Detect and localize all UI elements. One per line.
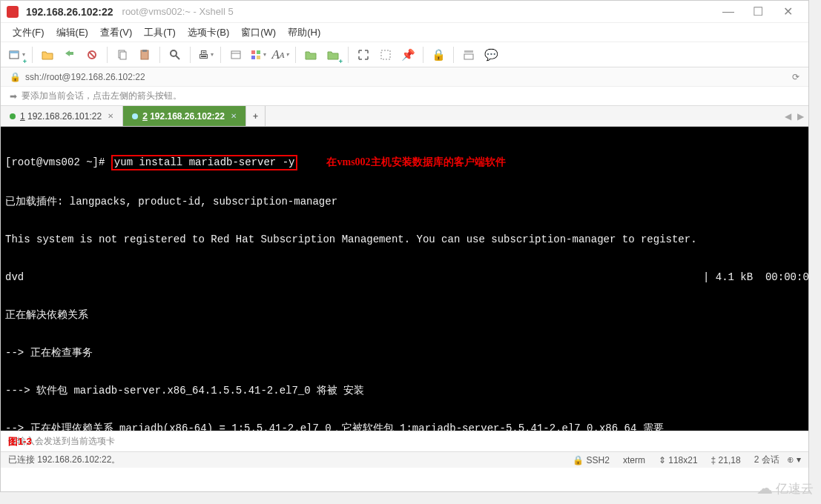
compose-input-bar[interactable]: 图1-3 仅输入会发送到当前选项卡 [1, 431, 808, 451]
properties-button[interactable] [225, 44, 246, 65]
menu-tab[interactable]: 选项卡(B) [183, 24, 234, 41]
reconnect-button[interactable] [59, 44, 80, 65]
status-term: xterm [623, 455, 645, 465]
status-bar: 已连接 192.168.26.102:22。 🔒 SSH2 xterm ⇕ 11… [1, 451, 808, 468]
status-sessions: 2 会话 ⊕ ▾ [754, 454, 801, 466]
terminal-line: dvd | 4.1 kB 00:00:00 [5, 271, 804, 284]
app-window: 192.168.26.102:22 root@vms002:~ - Xshell… [0, 0, 809, 492]
tab-next-icon[interactable]: ▶ [797, 111, 804, 122]
svg-rect-5 [120, 52, 126, 59]
status-dot-icon [10, 113, 16, 119]
minimize-button[interactable]: — [713, 2, 743, 21]
terminal-line: --> 正在检查事务 [5, 347, 804, 359]
open-session-button[interactable] [37, 44, 58, 65]
tab-bar: 1 192.168.26.101:22 ✕ 2 192.168.26.102:2… [1, 106, 808, 127]
tab-2[interactable]: 2 192.168.26.102:22 ✕ [123, 106, 246, 126]
new-file-transfer-button[interactable]: + [323, 44, 343, 65]
address-bar: 🔒 ssh://root@192.168.26.102:22 ⟳ [1, 67, 808, 87]
status-dot-icon [132, 113, 138, 119]
svg-rect-18 [464, 54, 473, 59]
disconnect-button[interactable] [82, 44, 102, 65]
paste-button[interactable] [134, 44, 155, 65]
svg-line-9 [176, 56, 179, 59]
color-scheme-button[interactable]: ▾ [248, 44, 268, 65]
titlebar: 192.168.26.102:22 root@vms002:~ - Xshell… [1, 1, 808, 23]
refresh-icon[interactable]: ⟳ [792, 72, 799, 82]
tab-close-icon[interactable]: ✕ [231, 112, 237, 120]
svg-rect-1 [10, 51, 19, 53]
terminal-line: 已加载插件: langpacks, product-id, subscripti… [5, 196, 804, 208]
terminal-line: --> 正在处理依赖关系 mariadb(x86-64) = 1:5.5.41-… [5, 422, 804, 431]
figure-label: 图1-3 [8, 435, 32, 448]
window-controls: — ☐ ✕ [713, 2, 802, 21]
font-button[interactable]: AA▾ [270, 44, 291, 65]
window-title: 192.168.26.102:22 [26, 6, 113, 18]
compose-bar-button[interactable] [458, 44, 479, 65]
tab-add-button[interactable]: + [246, 106, 266, 126]
status-cursor: ‡ 21,18 [711, 455, 741, 465]
app-icon [7, 6, 19, 18]
terminal-line: 正在解决依赖关系 [5, 309, 804, 322]
transparent-button[interactable] [375, 44, 396, 65]
watermark: ☁ 亿速云 [756, 479, 814, 498]
tab-close-icon[interactable]: ✕ [108, 112, 113, 120]
lock-icon: 🔒 [10, 72, 21, 82]
annotation-text: 在vms002主机安装数据库的客户端软件 [326, 156, 505, 168]
svg-rect-16 [381, 50, 390, 59]
close-button[interactable]: ✕ [773, 2, 802, 21]
arrow-icon[interactable]: ➡ [10, 91, 17, 102]
terminal[interactable]: [root@vms002 ~]# yum install mariadb-ser… [1, 127, 808, 431]
always-on-top-button[interactable]: 📌 [398, 44, 418, 65]
lock-button[interactable]: 🔒 [428, 44, 449, 65]
svg-rect-14 [251, 56, 255, 59]
status-connection: 已连接 192.168.26.102:22。 [8, 454, 120, 466]
svg-rect-10 [231, 51, 240, 59]
menu-window[interactable]: 窗口(W) [237, 24, 280, 41]
new-session-button[interactable]: +▾ [7, 44, 27, 65]
svg-rect-13 [257, 50, 260, 54]
terminal-line: This system is not registered to Red Hat… [5, 233, 804, 246]
maximize-button[interactable]: ☐ [743, 2, 773, 21]
svg-rect-7 [142, 50, 147, 52]
menu-file[interactable]: 文件(F) [8, 24, 49, 41]
menubar: 文件(F) 编辑(E) 查看(V) 工具(T) 选项卡(B) 窗口(W) 帮助(… [1, 23, 808, 42]
hint-bar: ➡ 要添加当前会话，点击左侧的箭头按钮。 [1, 87, 808, 106]
svg-rect-17 [464, 50, 473, 53]
menu-help[interactable]: 帮助(H) [283, 24, 325, 41]
status-ssh: 🔒 SSH2 [573, 455, 610, 465]
svg-rect-12 [251, 50, 255, 54]
menu-tool[interactable]: 工具(T) [139, 24, 180, 41]
address-url[interactable]: ssh://root@192.168.26.102:22 [25, 72, 145, 82]
tab-nav: ◀ ▶ [780, 106, 808, 126]
tab-1[interactable]: 1 192.168.26.101:22 ✕ [1, 106, 123, 126]
command-highlight: yum install mariadb-server -y [111, 155, 298, 170]
speech-button[interactable]: 💬 [481, 44, 501, 65]
svg-point-8 [171, 50, 177, 56]
copy-button[interactable] [112, 44, 133, 65]
xftp-button[interactable] [300, 44, 321, 65]
menu-edit[interactable]: 编辑(E) [52, 24, 93, 41]
fullscreen-button[interactable] [353, 44, 374, 65]
window-subtitle: root@vms002:~ - Xshell 5 [122, 6, 234, 17]
print-button[interactable]: 🖶▾ [195, 44, 216, 65]
status-size: ⇕ 118x21 [659, 455, 698, 465]
tab-prev-icon[interactable]: ◀ [785, 111, 791, 122]
hint-text: 要添加当前会话，点击左侧的箭头按钮。 [22, 90, 182, 102]
svg-rect-15 [257, 56, 260, 59]
svg-line-3 [89, 52, 95, 58]
find-button[interactable] [165, 44, 185, 65]
terminal-line: ---> 软件包 mariadb-server.x86_64.1.5.5.41-… [5, 385, 804, 397]
menu-view[interactable]: 查看(V) [96, 24, 136, 41]
cloud-icon: ☁ [756, 479, 773, 498]
watermark-text: 亿速云 [776, 480, 814, 497]
toolbar: +▾ 🖶▾ ▾ AA▾ + 📌 🔒 💬 [1, 42, 808, 67]
